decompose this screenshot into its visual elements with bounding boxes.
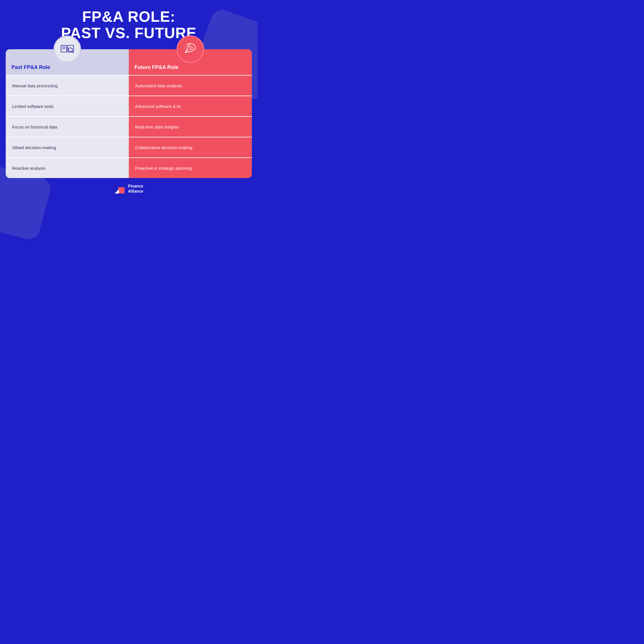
future-row-4: Collaborative decision-making (129, 137, 252, 157)
past-row-1: Manual data processing (6, 75, 129, 96)
comparison-table: Past FP&A Role Manual data processing Li… (6, 49, 252, 178)
past-row-4: Siloed decision-making (6, 137, 129, 157)
svg-line-7 (72, 51, 73, 53)
future-row-1-text: Automated data analysis (135, 83, 182, 88)
rocket-icon (183, 41, 198, 57)
future-row-2-text: Advanced software & AI (135, 104, 181, 109)
title-line1: FP&A ROLE: (61, 9, 196, 25)
book-magnify-icon (60, 41, 75, 57)
svg-point-11 (187, 44, 187, 45)
future-column: Future FP&A Role Automated data analysis… (129, 49, 252, 178)
svg-rect-0 (61, 45, 67, 52)
svg-point-9 (185, 46, 186, 46)
future-row-2: Advanced software & AI (129, 96, 252, 116)
svg-point-12 (185, 50, 185, 50)
svg-point-8 (189, 47, 192, 50)
finance-alliance-logo-icon (114, 183, 125, 194)
future-icon-circle (177, 35, 204, 63)
future-row-1: Automated data analysis (129, 75, 252, 96)
past-row-5-text: Reactive analysis (12, 166, 46, 171)
title-line2: PAST VS. FUTURE (61, 25, 196, 41)
svg-point-13 (184, 46, 184, 47)
future-row-5: Proactive & strategic planning (129, 157, 252, 178)
future-row-5-text: Proactive & strategic planning (135, 166, 192, 171)
past-row-2: Limited software tools (6, 96, 129, 116)
past-row-3: Focus on historical data (6, 116, 129, 137)
future-header-label: Future FP&A Role (135, 64, 178, 70)
past-icon-circle (54, 35, 81, 63)
footer: FinanceAlliance (114, 183, 143, 194)
past-row-2-text: Limited software tools (12, 104, 54, 109)
past-row-1-text: Manual data processing (12, 83, 58, 88)
past-header-label: Past FP&A Role (11, 64, 50, 70)
future-row-3-text: Real-time data insights (135, 125, 179, 129)
past-row-4-text: Siloed decision-making (12, 145, 56, 150)
svg-point-10 (184, 48, 185, 49)
future-row-4-text: Collaborative decision-making (135, 145, 192, 150)
brand-name: FinanceAlliance (128, 183, 143, 194)
past-column: Past FP&A Role Manual data processing Li… (6, 49, 129, 178)
past-row-3-text: Focus on historical data (12, 125, 57, 129)
future-row-3: Real-time data insights (129, 116, 252, 137)
past-row-5: Reactive analysis (6, 157, 129, 178)
